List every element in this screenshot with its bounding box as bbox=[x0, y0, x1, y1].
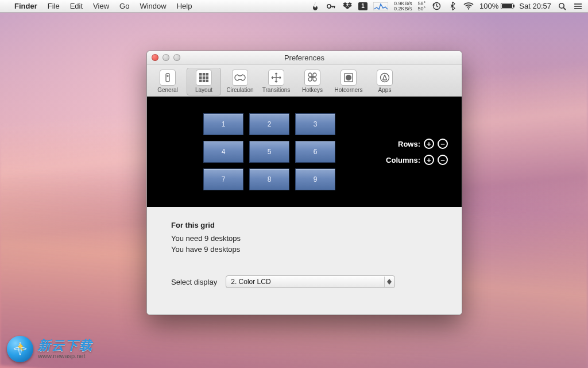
display-select[interactable]: 2. Color LCD bbox=[226, 275, 395, 288]
desktop-cell[interactable]: 9 bbox=[295, 168, 335, 190]
tab-general[interactable]: General bbox=[150, 68, 185, 95]
network-rates: 0.9KB/s 0.2KB/s bbox=[394, 1, 412, 12]
grid-status: For this grid You need 9 desktops You ha… bbox=[147, 207, 462, 256]
svg-point-13 bbox=[574, 6, 575, 7]
spotlight-icon[interactable] bbox=[557, 1, 567, 12]
spaces-count-icon[interactable]: 1 bbox=[358, 1, 368, 12]
svg-rect-3 bbox=[332, 6, 333, 7]
rows-increase-button[interactable]: + bbox=[424, 139, 434, 149]
menu-view[interactable]: View bbox=[88, 0, 114, 13]
close-button[interactable] bbox=[152, 54, 158, 61]
svg-rect-2 bbox=[334, 6, 335, 8]
svg-rect-24 bbox=[203, 80, 206, 83]
menu-file[interactable]: File bbox=[42, 0, 65, 13]
svg-point-28 bbox=[381, 74, 389, 82]
tab-label: General bbox=[157, 87, 178, 93]
display-select-row: Select display 2. Color LCD bbox=[147, 275, 462, 288]
rows-decrease-button[interactable]: − bbox=[438, 139, 448, 149]
desktop-cell[interactable]: 1 bbox=[203, 113, 243, 135]
loop-icon bbox=[232, 70, 248, 86]
menu-help[interactable]: Help bbox=[172, 0, 198, 13]
minimize-button[interactable] bbox=[163, 54, 169, 61]
svg-point-12 bbox=[574, 3, 575, 5]
columns-label: Columns: bbox=[386, 156, 420, 164]
tab-layout[interactable]: Layout bbox=[187, 68, 221, 95]
svg-rect-16 bbox=[167, 75, 169, 77]
battery-icon bbox=[501, 3, 513, 9]
tab-circulation[interactable]: Circulation bbox=[223, 68, 257, 95]
grid-preview-panel: 1 2 3 4 5 6 7 8 9 Rows: + − Columns: + bbox=[147, 97, 462, 207]
net-up: 0.2KB/s bbox=[394, 6, 412, 12]
display-select-value: 2. Color LCD bbox=[231, 278, 270, 286]
desktop-cell[interactable]: 8 bbox=[249, 168, 289, 190]
svg-point-7 bbox=[559, 3, 564, 7]
window-title: Preferences bbox=[284, 53, 324, 62]
tab-label: Layout bbox=[195, 87, 212, 93]
appstore-icon bbox=[377, 70, 393, 86]
svg-point-27 bbox=[346, 75, 351, 80]
dropbox-icon[interactable] bbox=[342, 1, 353, 12]
temperatures: 58° 50° bbox=[417, 1, 425, 12]
preferences-toolbar: General Layout Circulation Transitions H… bbox=[147, 65, 462, 97]
command-icon bbox=[304, 70, 320, 86]
menu-go[interactable]: Go bbox=[114, 0, 134, 13]
move-icon bbox=[268, 70, 284, 86]
svg-rect-19 bbox=[206, 73, 209, 76]
tab-label: Hotkeys bbox=[302, 87, 323, 93]
svg-point-0 bbox=[327, 4, 331, 7]
tab-label: Transitions bbox=[262, 87, 291, 93]
svg-rect-21 bbox=[203, 76, 206, 79]
rows-label: Rows: bbox=[398, 140, 420, 148]
grid-status-need: You need 9 desktops bbox=[171, 234, 438, 243]
zoom-button[interactable] bbox=[173, 54, 180, 61]
wifi-icon[interactable] bbox=[463, 1, 474, 12]
desktop-cell[interactable]: 4 bbox=[203, 141, 243, 163]
app-menu[interactable]: Finder bbox=[9, 0, 42, 13]
temp-b: 50° bbox=[417, 6, 425, 12]
desktop-cell[interactable]: 6 bbox=[295, 141, 335, 163]
site-watermark: 新云下载 www.newasp.net bbox=[7, 336, 93, 362]
notification-center-icon[interactable] bbox=[573, 1, 583, 12]
switch-icon bbox=[160, 70, 176, 86]
watermark-url: www.newasp.net bbox=[38, 353, 93, 359]
window-titlebar[interactable]: Preferences bbox=[147, 51, 462, 65]
clock[interactable]: Sat 20:57 bbox=[519, 2, 551, 10]
battery-status[interactable]: 100% bbox=[479, 2, 513, 10]
layout-panel: 1 2 3 4 5 6 7 8 9 Rows: + − Columns: + bbox=[147, 97, 462, 315]
svg-rect-23 bbox=[199, 80, 202, 83]
svg-rect-20 bbox=[199, 76, 202, 79]
columns-increase-button[interactable]: + bbox=[424, 155, 434, 165]
svg-point-14 bbox=[574, 8, 575, 9]
menu-window[interactable]: Window bbox=[134, 0, 171, 13]
svg-rect-22 bbox=[206, 76, 209, 79]
desktop-cell[interactable]: 7 bbox=[203, 168, 243, 190]
svg-rect-25 bbox=[206, 80, 209, 83]
desktop-cell[interactable]: 2 bbox=[249, 113, 289, 135]
key-icon[interactable] bbox=[326, 1, 336, 12]
network-graph-icon[interactable] bbox=[373, 1, 388, 12]
desktop-cell[interactable]: 5 bbox=[249, 141, 289, 163]
bluetooth-icon[interactable] bbox=[447, 1, 458, 12]
watermark-globe-icon bbox=[7, 336, 33, 362]
grid-icon bbox=[196, 70, 212, 86]
watermark-text: 新云下载 bbox=[38, 339, 93, 352]
grid-status-have: You have 9 desktops bbox=[171, 245, 438, 254]
grid-status-header: For this grid bbox=[171, 221, 438, 229]
display-select-label: Select display bbox=[171, 278, 217, 286]
svg-point-6 bbox=[468, 8, 469, 9]
menubar: Finder File Edit View Go Window Help 1 0… bbox=[0, 0, 588, 13]
grid-preview: 1 2 3 4 5 6 7 8 9 bbox=[203, 113, 335, 190]
svg-rect-17 bbox=[199, 73, 202, 76]
tab-apps[interactable]: Apps bbox=[368, 68, 402, 95]
tab-hotkeys[interactable]: Hotkeys bbox=[295, 68, 330, 95]
timemachine-icon[interactable] bbox=[431, 1, 442, 12]
desktop-cell[interactable]: 3 bbox=[295, 113, 335, 135]
menu-edit[interactable]: Edit bbox=[65, 0, 88, 13]
window-traffic-lights bbox=[152, 54, 180, 61]
tab-transitions[interactable]: Transitions bbox=[259, 68, 293, 95]
flame-icon[interactable] bbox=[310, 1, 320, 12]
columns-decrease-button[interactable]: − bbox=[438, 155, 448, 165]
hotcorners-icon bbox=[341, 70, 357, 86]
tab-hotcorners[interactable]: Hotcorners bbox=[331, 68, 366, 95]
tab-label: Apps bbox=[378, 87, 392, 93]
